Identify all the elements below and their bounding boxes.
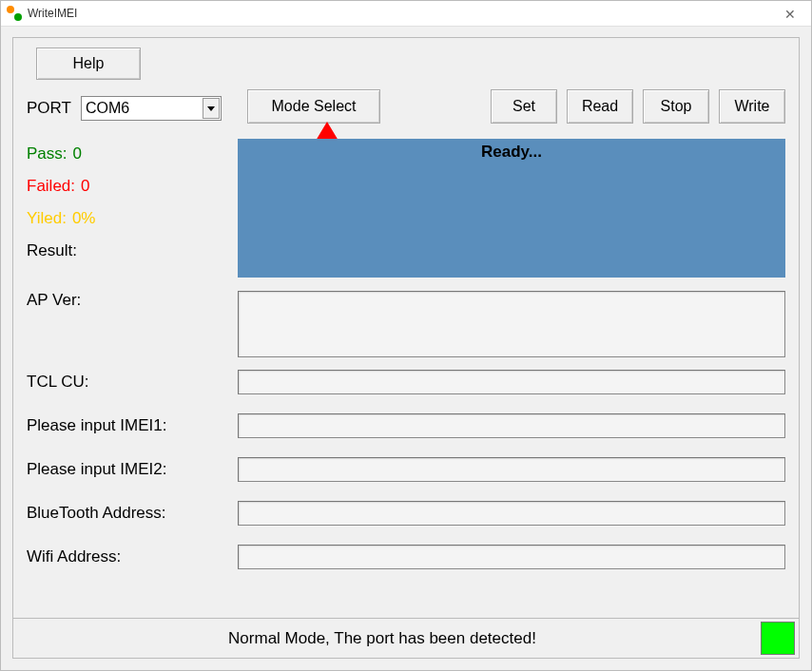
yiled-value: 0% — [72, 209, 96, 228]
bluetooth-field[interactable] — [238, 501, 785, 526]
toolbar-right: Set Read Stop Write — [491, 89, 785, 124]
status-text: Ready... — [481, 143, 542, 161]
status-message: Normal Mode, The port has been detected! — [13, 619, 751, 658]
pass-row: Pass: 0 — [27, 144, 95, 163]
wifi-field[interactable] — [238, 545, 785, 569]
result-row: Result: — [27, 241, 95, 260]
tcl-cu-row: TCL CU: — [27, 369, 785, 395]
result-label: Result: — [27, 241, 77, 260]
tcl-cu-label: TCL CU: — [27, 373, 238, 392]
imei2-field[interactable] — [238, 457, 785, 482]
yiled-label: Yiled: — [27, 209, 67, 228]
content-panel: Help PORT COM6 Mode Select Set Read Stop… — [12, 37, 800, 659]
ap-ver-label: AP Ver: — [27, 291, 238, 310]
close-icon[interactable]: ✕ — [768, 1, 811, 27]
imei1-label: Please input IMEI1: — [27, 416, 238, 435]
status-bar: Normal Mode, The port has been detected! — [13, 618, 799, 658]
ap-ver-field[interactable] — [238, 291, 785, 357]
write-button[interactable]: Write — [719, 89, 785, 124]
pass-value: 0 — [73, 144, 82, 163]
inner-panel: Help PORT COM6 Mode Select Set Read Stop… — [27, 48, 785, 648]
help-button[interactable]: Help — [36, 48, 141, 80]
bluetooth-row: BlueTooth Address: — [27, 500, 785, 527]
imei1-field[interactable] — [238, 413, 785, 438]
port-value: COM6 — [82, 100, 203, 117]
imei1-row: Please input IMEI1: — [27, 412, 785, 439]
stop-button[interactable]: Stop — [643, 89, 709, 124]
tcl-cu-field[interactable] — [238, 370, 785, 394]
read-button[interactable]: Read — [567, 89, 633, 124]
failed-label: Failed: — [27, 177, 75, 196]
port-row: PORT COM6 — [27, 94, 222, 123]
bluetooth-label: BlueTooth Address: — [27, 504, 238, 523]
port-label: PORT — [27, 99, 71, 118]
yiled-row: Yiled: 0% — [27, 209, 95, 228]
status-panel: Ready... — [238, 139, 785, 278]
wifi-label: Wifi Address: — [27, 547, 238, 566]
pass-label: Pass: — [27, 144, 68, 163]
app-icon — [7, 6, 22, 21]
imei2-row: Please input IMEI2: — [27, 456, 785, 483]
titlebar: WriteIMEI ✕ — [1, 1, 811, 27]
wifi-row: Wifi Address: — [27, 544, 785, 570]
stats-block: Pass: 0 Failed: 0 Yiled: 0% Result: — [27, 144, 95, 274]
imei2-label: Please input IMEI2: — [27, 460, 238, 479]
port-select[interactable]: COM6 — [81, 96, 222, 121]
set-button[interactable]: Set — [491, 89, 557, 124]
window-title: WriteIMEI — [28, 7, 77, 20]
ap-ver-row: AP Ver: — [27, 291, 785, 357]
app-window: WriteIMEI ✕ Help PORT COM6 Mode Select S… — [0, 0, 812, 671]
status-indicator — [761, 622, 795, 655]
chevron-down-icon[interactable] — [203, 98, 220, 119]
failed-value: 0 — [81, 177, 89, 196]
failed-row: Failed: 0 — [27, 177, 95, 196]
mode-select-button[interactable]: Mode Select — [247, 89, 380, 124]
